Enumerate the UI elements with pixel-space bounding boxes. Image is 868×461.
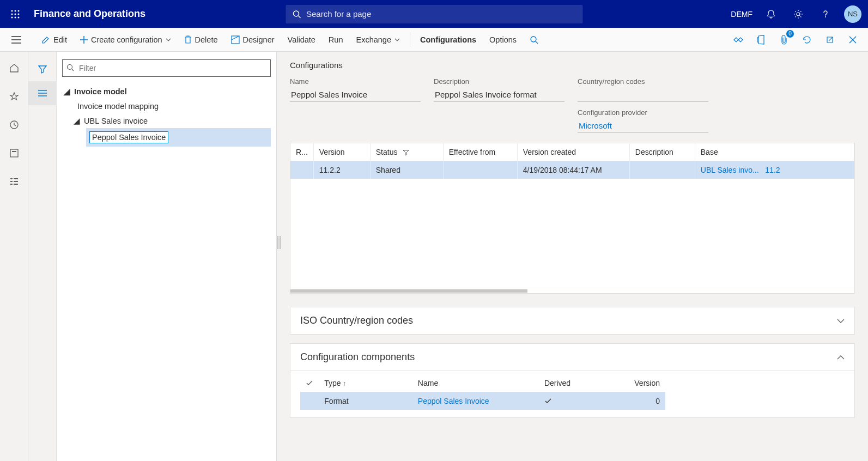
company-code[interactable]: DEMF: [731, 10, 752, 19]
col-effective[interactable]: Effective from: [443, 143, 517, 161]
edit-button[interactable]: Edit: [35, 28, 74, 52]
field-description[interactable]: Peppol Sales Invoice format: [434, 88, 564, 102]
field-label-description: Description: [434, 77, 564, 86]
attachments-badge: 0: [786, 30, 794, 38]
create-configuration-button[interactable]: Create configuration: [74, 28, 178, 52]
cell-version: 0: [627, 392, 665, 410]
svg-point-9: [293, 11, 299, 16]
designer-button[interactable]: Designer: [224, 28, 281, 52]
chevron-down-icon: [166, 38, 171, 41]
pencil-icon: [41, 35, 50, 44]
divider: [410, 32, 410, 47]
tree-filter-input[interactable]: [62, 59, 271, 77]
svg-point-8: [18, 16, 20, 18]
tree-node-peppol-sales-invoice[interactable]: Peppol Sales Invoice: [86, 128, 271, 147]
options-tab[interactable]: Options: [483, 28, 523, 52]
recent-icon[interactable]: [5, 116, 23, 134]
col-description[interactable]: Description: [629, 143, 695, 161]
close-icon[interactable]: [845, 32, 860, 47]
refresh-icon[interactable]: [799, 32, 815, 47]
exchange-button[interactable]: Exchange: [349, 28, 406, 52]
global-search[interactable]: [286, 5, 582, 23]
svg-line-10: [298, 16, 300, 18]
field-country[interactable]: [578, 88, 708, 102]
page-search-icon[interactable]: [523, 28, 545, 52]
filter-icon[interactable]: [28, 57, 57, 81]
list-icon[interactable]: [28, 81, 57, 105]
cell-base: UBL Sales invo... 11.2: [695, 161, 854, 179]
svg-rect-28: [10, 181, 13, 182]
col-r[interactable]: R...: [290, 143, 313, 161]
grid-row[interactable]: 11.2.2 Shared 4/19/2018 08:44:17 AM UBL …: [290, 161, 854, 179]
user-avatar[interactable]: NS: [844, 5, 861, 23]
col-check[interactable]: [300, 374, 319, 392]
components-grid: Type Name Derived Version Format Peppol …: [290, 371, 855, 418]
fasttab-configuration-components[interactable]: Configuration components: [290, 343, 855, 371]
global-search-input[interactable]: [306, 9, 576, 19]
svg-point-4: [15, 13, 16, 15]
configurations-tab[interactable]: Configurations: [414, 28, 483, 52]
chevron-up-icon: [837, 355, 845, 360]
col-derived[interactable]: Derived: [539, 374, 627, 392]
hamburger-icon[interactable]: [8, 31, 25, 48]
cell-name[interactable]: Peppol Sales Invoice: [412, 392, 539, 410]
field-label-provider: Configuration provider: [578, 108, 708, 117]
favorites-icon[interactable]: [5, 88, 23, 105]
plus-icon: [80, 36, 88, 44]
app-launcher-icon[interactable]: [7, 5, 24, 23]
svg-point-0: [11, 10, 13, 11]
svg-line-19: [232, 36, 239, 40]
tree-node-ubl-sales-invoice[interactable]: ◢ UBL Sales invoice: [74, 114, 271, 128]
home-icon[interactable]: [5, 59, 23, 77]
attachments-icon[interactable]: 0: [776, 32, 792, 47]
svg-point-1: [15, 10, 16, 11]
svg-rect-31: [14, 181, 18, 182]
content-area: Configurations Name Peppol Sales Invoice…: [277, 52, 868, 461]
cell-type: Format: [319, 392, 412, 410]
col-version[interactable]: Version: [627, 374, 665, 392]
help-icon[interactable]: [817, 5, 834, 23]
delete-button[interactable]: Delete: [178, 28, 224, 52]
col-base[interactable]: Base: [695, 143, 854, 161]
col-type[interactable]: Type: [319, 374, 412, 392]
popout-icon[interactable]: [822, 32, 837, 47]
cell-derived: [539, 392, 627, 410]
run-button[interactable]: Run: [322, 28, 350, 52]
cell-desc: [629, 161, 695, 179]
trash-icon: [184, 35, 192, 44]
tree-node-invoice-model[interactable]: ◢ Invoice model: [62, 84, 271, 99]
svg-line-21: [536, 41, 538, 44]
tree-node-invoice-model-mapping[interactable]: Invoice model mapping: [74, 99, 271, 114]
horizontal-scrollbar[interactable]: [290, 288, 854, 293]
col-status[interactable]: Status: [370, 143, 443, 161]
svg-rect-32: [14, 184, 18, 185]
field-name[interactable]: Peppol Sales Invoice: [290, 88, 421, 102]
svg-rect-29: [10, 184, 13, 185]
office-addin-icon[interactable]: [754, 32, 769, 47]
col-created[interactable]: Version created: [517, 143, 629, 161]
validate-button[interactable]: Validate: [281, 28, 322, 52]
workspaces-icon[interactable]: [5, 144, 23, 162]
field-provider[interactable]: Microsoft: [578, 119, 708, 133]
col-version[interactable]: Version: [313, 143, 370, 161]
chevron-down-icon: [837, 319, 845, 323]
filter-icon: [403, 149, 409, 156]
svg-rect-25: [10, 149, 18, 157]
app-title: Finance and Operations: [34, 8, 145, 20]
related-info-icon[interactable]: [731, 32, 746, 47]
components-row[interactable]: Format Peppol Sales Invoice 0: [300, 392, 665, 410]
search-icon: [66, 64, 74, 71]
section-title-configurations: Configurations: [290, 60, 855, 70]
svg-point-7: [15, 16, 16, 18]
splitter-handle[interactable]: [277, 232, 281, 253]
settings-icon[interactable]: [790, 5, 807, 23]
designer-icon: [231, 35, 240, 44]
nav-rail: [0, 52, 28, 461]
modules-icon[interactable]: [5, 173, 23, 190]
svg-rect-30: [14, 178, 18, 179]
fasttab-iso-country[interactable]: ISO Country/region codes: [290, 307, 855, 335]
svg-point-5: [18, 13, 20, 15]
tree-panel: ◢ Invoice model Invoice model mapping ◢ …: [57, 52, 277, 461]
col-name[interactable]: Name: [412, 374, 539, 392]
notifications-icon[interactable]: [762, 5, 780, 23]
